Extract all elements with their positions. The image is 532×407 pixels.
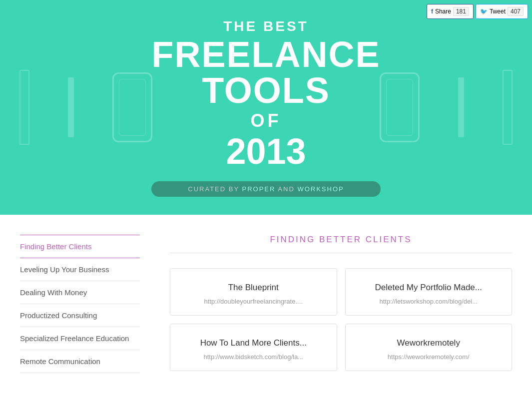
curator-brand1: PROPER [242, 185, 276, 193]
twitter-tweet-button[interactable]: 🐦 Tweet 407 [476, 4, 528, 19]
hero-bg-ruler-right [503, 70, 513, 145]
hero-line1: THE BEST [151, 18, 380, 34]
sidebar-item-productized-consulting[interactable]: Productized Consulting [20, 304, 140, 327]
hero-curator: CURATED BY PROPER AND WORKSHOP [151, 181, 380, 197]
curator-and: AND [278, 185, 297, 193]
card-deleted-portfolio[interactable]: Deleted My Portfolio Made... http://lets… [345, 268, 513, 316]
hero-year: 2013 [151, 133, 380, 169]
curator-brand2: WORKSHOP [297, 185, 344, 193]
card-weworkremotely[interactable]: Weworkremotely https://weworkremotely.co… [345, 324, 513, 371]
sidebar-item-specialized-freelance-education[interactable]: Specialized Freelance Education [20, 327, 140, 350]
hero-bg-phone-right [380, 72, 420, 142]
card-blueprint[interactable]: The Blueprint http://doubleyourfreelanci… [170, 268, 337, 316]
social-bar: f Share 181 🐦 Tweet 407 [423, 0, 532, 23]
card-title-weworkremotely: Weworkremotely [356, 338, 502, 348]
card-url-weworkremotely: https://weworkremotely.com/ [356, 353, 502, 361]
hero-content: THE BEST FREELANCE TOOLS OF 2013 CURATED… [151, 18, 380, 197]
card-url-blueprint: http://doubleyourfreelancingrate.... [180, 298, 327, 305]
sidebar-item-leveling-up[interactable]: Leveling Up Your Business [20, 258, 140, 281]
hero-section: THE BEST FREELANCE TOOLS OF 2013 CURATED… [0, 0, 532, 215]
facebook-count: 181 [453, 7, 469, 16]
card-title-land-more-clients: How To Land More Clients... [180, 338, 327, 348]
card-title-deleted-portfolio: Deleted My Portfolio Made... [356, 283, 502, 293]
hero-bg-pencil-left2 [68, 77, 74, 137]
hero-bg-ruler-left [19, 70, 29, 145]
card-land-more-clients[interactable]: How To Land More Clients... http://www.b… [170, 324, 337, 371]
content-area: FINDING BETTER CLIENTS The Blueprint htt… [170, 235, 512, 373]
sidebar-item-dealing-with-money[interactable]: Dealing With Money [20, 281, 140, 304]
hero-line4: OF [151, 110, 380, 131]
hero-line2: FREELANCE [151, 36, 380, 72]
card-url-land-more-clients: http://www.bidsketch.com/blog/la... [180, 353, 327, 361]
facebook-share-button[interactable]: f Share 181 [427, 4, 474, 19]
twitter-count: 407 [508, 7, 524, 16]
sidebar-item-finding-better-clients[interactable]: Finding Better Clients [20, 235, 140, 258]
hero-line3: TOOLS [151, 72, 380, 108]
hero-bg-phone-left [112, 72, 152, 142]
facebook-label: Share [435, 8, 451, 15]
facebook-icon: f [431, 8, 433, 15]
main-content: Finding Better Clients Leveling Up Your … [0, 215, 532, 393]
section-divider [170, 253, 512, 253]
twitter-icon: 🐦 [480, 8, 488, 15]
cards-grid: The Blueprint http://doubleyourfreelanci… [170, 268, 512, 371]
sidebar: Finding Better Clients Leveling Up Your … [20, 235, 140, 373]
twitter-label: Tweet [490, 8, 506, 15]
curator-prefix: CURATED BY [188, 185, 239, 193]
card-url-deleted-portfolio: http://letsworkshop.com/blog/del... [356, 298, 502, 305]
card-title-blueprint: The Blueprint [180, 283, 327, 293]
sidebar-item-remote-communication[interactable]: Remote Communication [20, 350, 140, 373]
hero-bg-pencil-right [458, 77, 464, 137]
section-title: FINDING BETTER CLIENTS [170, 235, 512, 245]
